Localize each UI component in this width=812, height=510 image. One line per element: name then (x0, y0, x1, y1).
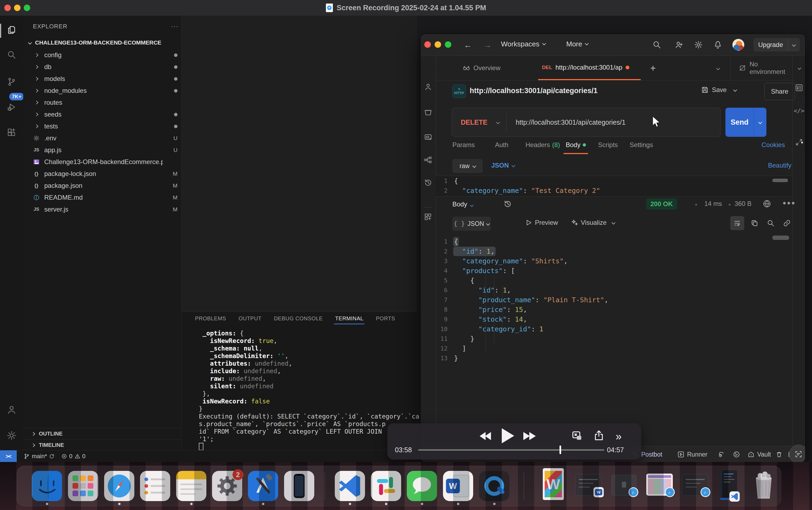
dock-item-window-thumb-vscode[interactable] (720, 470, 737, 500)
explorer-icon[interactable] (7, 25, 16, 36)
dock-item-launchpad[interactable] (68, 471, 98, 501)
trash-icon[interactable] (776, 446, 783, 462)
url-input[interactable]: DELETE http://localhost:3001/api/categor… (452, 108, 721, 137)
save-button[interactable]: Save (701, 86, 736, 94)
new-tab-button[interactable]: + (650, 63, 656, 74)
dock-item-word[interactable]: W (443, 471, 473, 501)
upgrade-dropdown[interactable] (788, 38, 800, 52)
panel-tab-terminal[interactable]: TERMINAL (335, 315, 364, 322)
request-tab-headers[interactable]: Headers(8) (525, 141, 560, 149)
method-dropdown-chevron[interactable] (497, 120, 499, 125)
cookies-icon[interactable] (733, 446, 740, 462)
method-selector[interactable]: DELETE (461, 118, 488, 126)
share-icon[interactable] (593, 430, 605, 443)
dock-item-messages[interactable] (407, 471, 437, 501)
workspaces-menu[interactable]: Workspaces (501, 40, 546, 48)
request-tab-scripts[interactable]: Scripts (598, 141, 618, 149)
response-history-icon[interactable] (504, 200, 512, 209)
more-menu[interactable]: More (566, 40, 588, 48)
request-body-editor[interactable]: 1{2 "category_name": "Test Category 2" (436, 176, 792, 197)
play-icon[interactable] (501, 428, 515, 445)
dock-item-reminders[interactable] (140, 471, 170, 501)
extensions-icon[interactable] (7, 128, 16, 138)
tree-folder-db[interactable]: db (23, 61, 181, 73)
dock-item-window-thumb-photos-safari[interactable] (646, 474, 673, 496)
zoom-window-button[interactable] (24, 5, 30, 11)
dock-item-xcode[interactable] (248, 471, 278, 501)
dock-item-window-thumb-word-doc[interactable]: W (543, 468, 564, 500)
scan-button[interactable] (789, 445, 806, 462)
cookies-link[interactable]: Cookies (761, 141, 785, 149)
add-panel-icon[interactable] (424, 207, 432, 222)
settings-gear-icon[interactable] (694, 40, 703, 50)
close-window-button[interactable] (424, 41, 431, 48)
tree-file-Challenge13-ORM-backendEcommerce.p...[interactable]: Challenge13-ORM-backendEcommerce.p... (23, 156, 181, 168)
dock-item-window-thumb-dark-safari[interactable] (612, 475, 636, 496)
notifications-bell-icon[interactable] (714, 40, 722, 50)
response-format-selector[interactable]: { } JSON (453, 217, 491, 231)
flows-icon[interactable] (424, 156, 432, 165)
zoom-window-button[interactable] (445, 41, 451, 48)
request-tab-settings[interactable]: Settings (630, 141, 653, 149)
send-dropdown[interactable] (754, 108, 766, 137)
explorer-more-icon[interactable]: ··· (171, 23, 179, 30)
response-more-icon[interactable]: ●●● (783, 199, 796, 206)
response-time[interactable]: 14 ms (704, 200, 722, 207)
more-chevrons-icon[interactable]: » (616, 430, 621, 443)
request-tab-params[interactable]: Params (453, 141, 475, 149)
body-language-selector[interactable]: JSON (491, 162, 515, 169)
tree-file-package.json[interactable]: {}package.jsonM (23, 180, 181, 192)
account-icon[interactable] (7, 405, 17, 416)
tree-folder-seeds[interactable]: seeds (23, 109, 181, 120)
avatar[interactable] (732, 39, 744, 51)
search-icon[interactable] (7, 50, 16, 60)
tree-file-.env[interactable]: .envU (23, 132, 181, 144)
remote-indicator[interactable]: >< (0, 450, 17, 462)
tab-overview[interactable]: Overview (463, 56, 500, 80)
share-button[interactable]: Share (764, 83, 795, 100)
panel-tab-ports[interactable]: PORTS (376, 315, 395, 322)
forward-icon[interactable]: → (484, 40, 492, 50)
dock-item-slack[interactable] (371, 471, 401, 501)
settings-gear-icon[interactable] (7, 431, 17, 442)
dock-item-notes[interactable] (176, 471, 206, 501)
outline-section[interactable]: OUTLINE (23, 428, 181, 439)
fast-forward-icon[interactable] (523, 431, 536, 442)
send-button[interactable]: Send (725, 108, 766, 137)
dock-item-window-thumb-dark-word[interactable]: W (575, 474, 602, 496)
collections-icon[interactable] (424, 109, 432, 118)
tree-folder-tests[interactable]: tests (23, 120, 181, 132)
link-icon[interactable] (780, 216, 794, 230)
body-mode-selector[interactable]: raw (453, 159, 483, 173)
vault-button[interactable]: Vault (748, 446, 771, 462)
minimize-window-button[interactable] (14, 5, 21, 11)
dock-item-system-settings[interactable]: 2 (212, 471, 242, 501)
close-window-button[interactable] (4, 5, 11, 11)
tree-file-README.md[interactable]: README.mdM (23, 192, 181, 203)
project-root-row[interactable]: CHALLENGE13-ORM-BACKEND-ECOMMERCE (23, 37, 181, 49)
tree-folder-models[interactable]: models (23, 73, 181, 85)
minimize-window-button[interactable] (435, 41, 441, 48)
tab-list-chevron[interactable] (717, 66, 720, 71)
tree-folder-node_modules[interactable]: node_modules (23, 85, 181, 96)
wrap-text-icon[interactable] (730, 216, 744, 230)
visualize-button[interactable]: Visualize (571, 219, 615, 226)
dock-item-safari[interactable] (104, 471, 134, 501)
response-body-selector[interactable]: Body (453, 200, 473, 208)
scrollbar-handle[interactable] (772, 235, 789, 240)
code-snippet-icon[interactable]: </> (794, 107, 805, 114)
picture-in-picture-icon[interactable] (571, 430, 583, 443)
git-branch-item[interactable]: main* (24, 453, 55, 460)
dock-item-quicktime[interactable] (479, 471, 509, 501)
timeline-section[interactable]: TIMELINE (23, 439, 181, 451)
tree-folder-config[interactable]: config (23, 49, 181, 61)
search-icon[interactable] (652, 40, 661, 50)
environments-icon[interactable] (424, 133, 432, 142)
search-response-icon[interactable] (764, 216, 778, 230)
problems-item[interactable]: 0 0 (61, 453, 86, 460)
request-tab-body[interactable]: Body (566, 141, 586, 149)
tree-folder-routes[interactable]: routes (23, 96, 181, 109)
capture-requests-icon[interactable] (718, 446, 725, 462)
tree-file-app.js[interactable]: JSapp.jsU (23, 144, 181, 156)
environment-selector[interactable]: No environment (730, 56, 801, 80)
